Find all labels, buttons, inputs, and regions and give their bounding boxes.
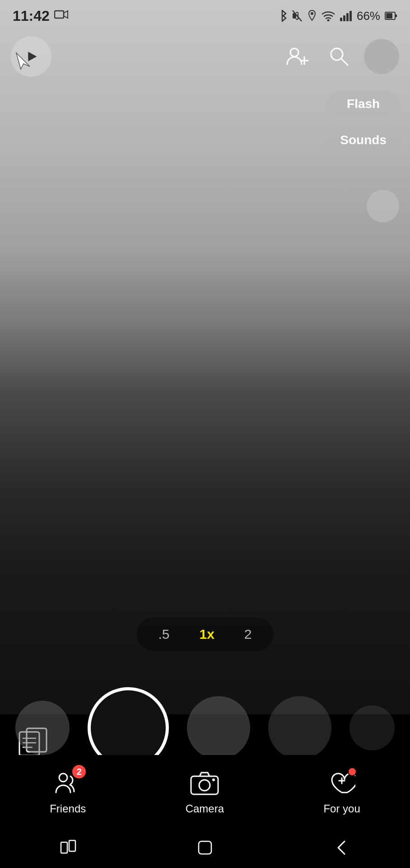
nav-camera[interactable]: Camera [186, 767, 224, 815]
zoom-controls: .5 1x 2 [136, 618, 273, 651]
foryou-label: For you [323, 802, 360, 815]
nav-foryou[interactable]: For you [323, 767, 360, 815]
filter-circle-3[interactable] [268, 696, 331, 760]
zoom-2x-button[interactable]: 2 [232, 622, 265, 646]
svg-rect-8 [349, 11, 352, 21]
location-icon [307, 9, 317, 22]
svg-point-4 [327, 19, 329, 22]
camera-nav-icon [190, 770, 219, 796]
sounds-button[interactable]: Sounds [327, 127, 399, 154]
svg-line-17 [341, 59, 348, 65]
zoom-half-button[interactable]: .5 [145, 622, 182, 646]
flash-button[interactable]: Flash [327, 90, 399, 118]
camera-label: Camera [186, 802, 224, 815]
status-time: 11:42 [13, 8, 50, 24]
mute-icon [292, 9, 303, 22]
camera-icon-wrap [189, 767, 220, 799]
recent-apps-button[interactable] [58, 838, 78, 858]
home-button[interactable] [195, 838, 215, 858]
wifi-icon [321, 10, 335, 21]
svg-point-3 [311, 12, 313, 15]
friends-badge: 2 [71, 764, 87, 780]
status-bar: 11:42 [0, 0, 410, 32]
friends-label: Friends [50, 802, 86, 815]
side-toggle-circle[interactable] [367, 190, 399, 222]
svg-rect-0 [55, 11, 64, 18]
svg-rect-5 [340, 18, 342, 21]
top-right-controls [279, 39, 399, 74]
friends-icon-wrap: 2 [52, 767, 84, 799]
side-controls: Flash Sounds [327, 90, 399, 154]
svg-point-13 [290, 48, 298, 57]
svg-rect-6 [343, 15, 345, 21]
android-nav-bar [0, 827, 410, 868]
svg-rect-11 [395, 14, 397, 17]
filter-circle-4[interactable] [349, 705, 395, 750]
nav-friends[interactable]: 2 Friends [50, 767, 86, 815]
battery-icon [385, 11, 397, 21]
svg-rect-28 [199, 841, 211, 854]
zoom-1x-button[interactable]: 1x [186, 622, 227, 646]
filter-circle-2[interactable] [187, 696, 250, 760]
add-friend-button[interactable] [279, 39, 314, 74]
video-recording-icon [54, 9, 69, 22]
svg-point-24 [199, 780, 210, 791]
svg-rect-27 [69, 840, 75, 851]
battery-percentage: 66% [357, 9, 380, 23]
profile-avatar[interactable] [364, 39, 399, 74]
foryou-badge-dot [348, 767, 357, 776]
signal-icon [340, 10, 352, 21]
top-camera-controls [0, 32, 410, 81]
filter-circle-1[interactable] [15, 701, 70, 755]
back-nav-button[interactable] [332, 838, 352, 858]
svg-rect-26 [61, 842, 67, 853]
svg-marker-12 [28, 52, 37, 61]
bottom-nav: 2 Friends Camera For you [0, 755, 410, 827]
back-button[interactable] [11, 36, 51, 77]
svg-point-25 [212, 778, 215, 781]
svg-rect-10 [386, 13, 392, 19]
bluetooth-icon [277, 9, 287, 22]
foryou-icon-wrap [326, 767, 358, 799]
search-button[interactable] [321, 39, 357, 74]
svg-rect-7 [346, 13, 349, 21]
